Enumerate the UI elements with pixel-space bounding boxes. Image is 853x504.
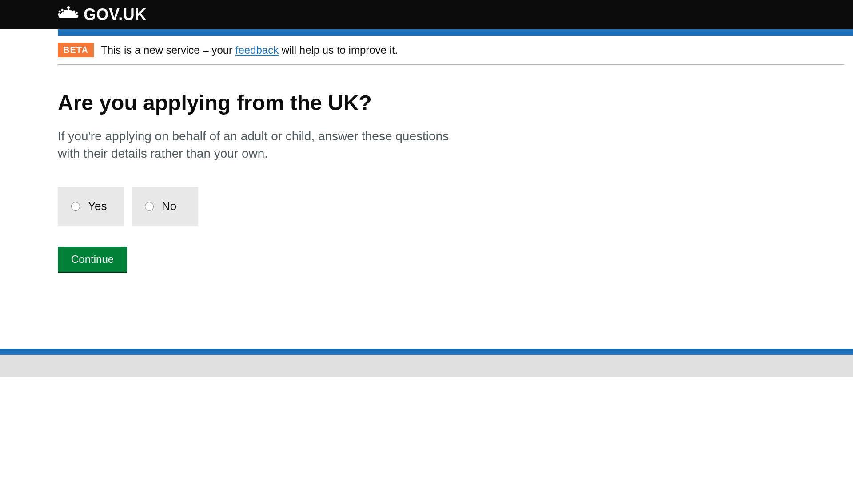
site-name[interactable]: GOV.UK	[84, 5, 147, 24]
page-heading: Are you applying from the UK?	[58, 91, 484, 115]
radio-input-yes[interactable]	[71, 202, 80, 211]
feedback-link[interactable]: feedback	[235, 44, 279, 56]
radio-option-yes[interactable]: Yes	[58, 187, 124, 226]
radio-option-no[interactable]: No	[132, 187, 198, 226]
phase-banner: BETA This is a new service – your feedba…	[58, 36, 844, 65]
main-content: Are you applying from the UK? If you're …	[58, 65, 484, 273]
radio-label-no: No	[162, 199, 176, 213]
footer-area	[0, 355, 853, 377]
continue-button[interactable]: Continue	[58, 247, 127, 273]
page-hint: If you're applying on behalf of an adult…	[58, 127, 466, 162]
footer-accent-bar	[0, 349, 853, 355]
crown-icon	[58, 6, 79, 23]
beta-tag: BETA	[58, 43, 94, 57]
header-accent-bar	[58, 29, 853, 36]
radio-input-no[interactable]	[145, 202, 154, 211]
phase-text-before: This is a new service – your	[101, 44, 235, 56]
radio-label-yes: Yes	[88, 199, 107, 213]
phase-banner-text: This is a new service – your feedback wi…	[101, 44, 398, 56]
radio-group: Yes No	[58, 187, 484, 226]
site-header: GOV.UK	[0, 0, 853, 29]
phase-text-after: will help us to improve it.	[279, 44, 398, 56]
